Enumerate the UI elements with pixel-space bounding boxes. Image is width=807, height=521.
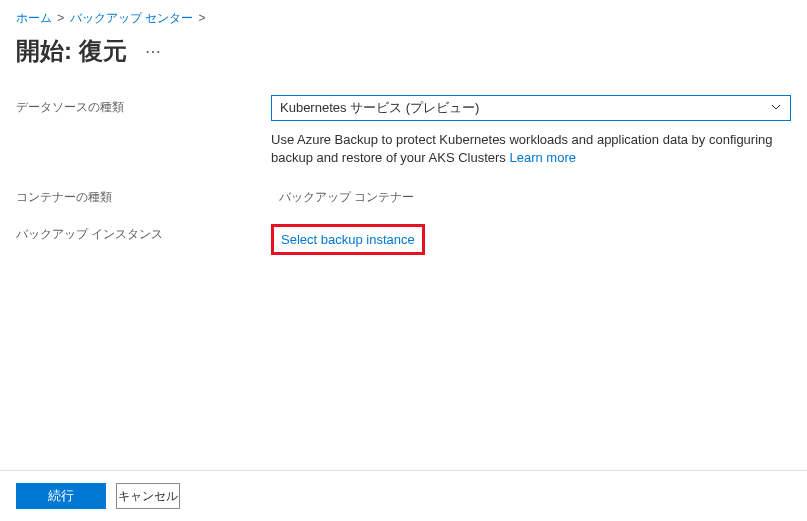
row-backup-instance: バックアップ インスタンス Select backup instance — [16, 224, 791, 255]
breadcrumb-separator: > — [57, 11, 64, 25]
label-datasource-type: データソースの種類 — [16, 95, 271, 116]
learn-more-link[interactable]: Learn more — [509, 150, 575, 165]
control-container-type: バックアップ コンテナー — [271, 185, 791, 206]
chevron-down-icon — [770, 101, 782, 116]
row-container-type: コンテナーの種類 バックアップ コンテナー — [16, 185, 791, 206]
more-actions-icon[interactable]: ⋯ — [145, 42, 162, 61]
breadcrumb-separator: > — [198, 11, 205, 25]
form-area: データソースの種類 Kubernetes サービス (プレビュー) Use Az… — [0, 95, 807, 255]
select-backup-instance-link[interactable]: Select backup instance — [274, 227, 422, 252]
page-title-row: 開始: 復元 ⋯ — [0, 31, 807, 95]
dropdown-value: Kubernetes サービス (プレビュー) — [280, 99, 479, 117]
breadcrumb-backup-center[interactable]: バックアップ センター — [70, 11, 193, 25]
dropdown-datasource-type[interactable]: Kubernetes サービス (プレビュー) — [271, 95, 791, 121]
page-title: 開始: 復元 — [16, 35, 127, 67]
value-container-type: バックアップ コンテナー — [271, 185, 791, 206]
row-datasource-type: データソースの種類 Kubernetes サービス (プレビュー) Use Az… — [16, 95, 791, 167]
control-datasource-type: Kubernetes サービス (プレビュー) Use Azure Backup… — [271, 95, 791, 167]
label-container-type: コンテナーの種類 — [16, 185, 271, 206]
breadcrumb: ホーム > バックアップ センター > — [0, 0, 807, 31]
footer: 続行 キャンセル — [0, 470, 807, 521]
cancel-button[interactable]: キャンセル — [116, 483, 180, 509]
control-backup-instance: Select backup instance — [271, 224, 791, 255]
highlight-box: Select backup instance — [271, 224, 425, 255]
label-backup-instance: バックアップ インスタンス — [16, 224, 271, 243]
breadcrumb-home[interactable]: ホーム — [16, 11, 52, 25]
help-text: Use Azure Backup to protect Kubernetes w… — [271, 131, 791, 167]
continue-button[interactable]: 続行 — [16, 483, 106, 509]
